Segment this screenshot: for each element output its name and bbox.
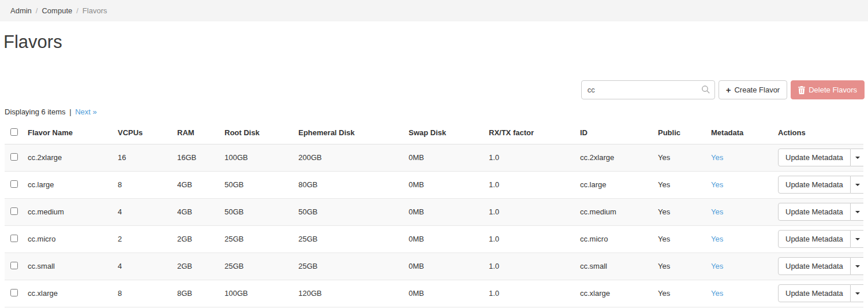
cell-id: cc.micro <box>580 225 658 253</box>
column-header-actions: Actions <box>778 122 863 144</box>
cell-ephemeral-disk: 25GB <box>298 225 409 253</box>
cell-ephemeral-disk: 50GB <box>298 198 409 225</box>
cell-vcpus: 8 <box>118 171 177 198</box>
breadcrumb-item-admin[interactable]: Admin <box>10 6 32 15</box>
cell-ephemeral-disk: 25GB <box>298 253 409 280</box>
update-metadata-button[interactable]: Update Metadata <box>778 284 851 302</box>
metadata-link[interactable]: Yes <box>711 207 723 216</box>
cell-id: cc.2xlarge <box>580 144 658 171</box>
column-header-ram[interactable]: RAM <box>177 122 225 144</box>
update-metadata-button[interactable]: Update Metadata <box>778 230 851 248</box>
cell-vcpus: 8 <box>118 280 177 307</box>
cell-rx-tx-factor: 1.0 <box>489 280 580 307</box>
breadcrumb-item-flavors: Flavors <box>83 6 107 15</box>
cell-public: Yes <box>658 280 711 307</box>
row-actions: Update Metadata <box>778 149 863 166</box>
items-count-text: Displaying 6 items <box>5 107 66 116</box>
cell-id: cc.xlarge <box>580 280 658 307</box>
row-actions-dropdown-toggle[interactable] <box>851 230 863 248</box>
cell-root-disk: 50GB <box>225 171 298 198</box>
metadata-link[interactable]: Yes <box>711 235 723 243</box>
breadcrumb-item-compute[interactable]: Compute <box>42 6 72 15</box>
search-icon[interactable] <box>701 85 710 94</box>
update-metadata-button[interactable]: Update Metadata <box>778 257 851 275</box>
plus-icon: + <box>726 86 731 94</box>
metadata-link[interactable]: Yes <box>711 153 723 162</box>
cell-swap-disk: 0MB <box>409 253 489 280</box>
caret-down-icon <box>855 265 860 268</box>
cell-flavor-name: cc.micro <box>28 225 118 253</box>
cell-ram: 4GB <box>177 171 225 198</box>
table-row: cc.xlarge 8 8GB 100GB 120GB 0MB 1.0 cc.x… <box>5 280 863 307</box>
column-header-flavor-name[interactable]: Flavor Name <box>28 122 118 144</box>
cell-swap-disk: 0MB <box>409 198 489 225</box>
cell-ram: 2GB <box>177 253 225 280</box>
cell-ephemeral-disk: 80GB <box>298 171 409 198</box>
summary-separator: | <box>69 107 71 116</box>
row-checkbox[interactable] <box>10 207 18 215</box>
cell-rx-tx-factor: 1.0 <box>489 225 580 253</box>
cell-ram: 4GB <box>177 198 225 225</box>
select-all-checkbox[interactable] <box>10 128 18 136</box>
flavors-table-body: cc.2xlarge 16 16GB 100GB 200GB 0MB 1.0 c… <box>5 144 863 307</box>
cell-swap-disk: 0MB <box>409 144 489 171</box>
row-actions-dropdown-toggle[interactable] <box>851 176 863 194</box>
table-row: cc.2xlarge 16 16GB 100GB 200GB 0MB 1.0 c… <box>5 144 863 171</box>
update-metadata-button[interactable]: Update Metadata <box>778 176 851 194</box>
delete-flavors-label: Delete Flavors <box>809 86 857 94</box>
next-page-link[interactable]: Next » <box>75 107 97 116</box>
table-row: cc.micro 2 2GB 25GB 25GB 0MB 1.0 cc.micr… <box>5 225 863 253</box>
cell-flavor-name: cc.large <box>28 171 118 198</box>
column-header-metadata[interactable]: Metadata <box>711 122 778 144</box>
metadata-link[interactable]: Yes <box>711 180 723 189</box>
cell-flavor-name: cc.2xlarge <box>28 144 118 171</box>
table-row: cc.large 8 4GB 50GB 80GB 0MB 1.0 cc.larg… <box>5 171 863 198</box>
column-header-id[interactable]: ID <box>580 122 658 144</box>
row-actions-dropdown-toggle[interactable] <box>851 203 863 221</box>
cell-rx-tx-factor: 1.0 <box>489 253 580 280</box>
cell-flavor-name: cc.xlarge <box>28 280 118 307</box>
cell-root-disk: 100GB <box>225 144 298 171</box>
table-summary: Displaying 6 items | Next » <box>5 107 868 116</box>
cell-swap-disk: 0MB <box>409 280 489 307</box>
breadcrumb: Admin / Compute / Flavors <box>0 0 868 21</box>
column-header-vcpus[interactable]: VCPUs <box>118 122 177 144</box>
row-actions: Update Metadata <box>778 257 863 275</box>
cell-root-disk: 100GB <box>225 280 298 307</box>
cell-public: Yes <box>658 225 711 253</box>
cell-id: cc.medium <box>580 198 658 225</box>
update-metadata-button[interactable]: Update Metadata <box>778 203 851 221</box>
cell-swap-disk: 0MB <box>409 171 489 198</box>
create-flavor-button[interactable]: + Create Flavor <box>719 80 788 99</box>
trash-icon <box>798 86 805 94</box>
row-checkbox[interactable] <box>10 262 18 269</box>
column-header-root-disk[interactable]: Root Disk <box>225 122 298 144</box>
caret-down-icon <box>855 157 860 159</box>
cell-flavor-name: cc.small <box>28 253 118 280</box>
cell-public: Yes <box>658 253 711 280</box>
cell-ephemeral-disk: 200GB <box>298 144 409 171</box>
row-actions-dropdown-toggle[interactable] <box>851 257 863 275</box>
metadata-link[interactable]: Yes <box>711 262 723 270</box>
column-header-swap-disk[interactable]: Swap Disk <box>409 122 489 144</box>
delete-flavors-button[interactable]: Delete Flavors <box>791 80 865 99</box>
cell-vcpus: 16 <box>118 144 177 171</box>
row-actions-dropdown-toggle[interactable] <box>851 149 863 166</box>
update-metadata-button[interactable]: Update Metadata <box>778 149 851 166</box>
table-header-row: Flavor Name VCPUs RAM Root Disk Ephemera… <box>5 122 863 144</box>
cell-root-disk: 50GB <box>225 198 298 225</box>
cell-root-disk: 25GB <box>225 253 298 280</box>
row-checkbox[interactable] <box>10 153 18 161</box>
row-checkbox[interactable] <box>10 180 18 188</box>
column-header-ephemeral-disk[interactable]: Ephemeral Disk <box>298 122 409 144</box>
cell-rx-tx-factor: 1.0 <box>489 198 580 225</box>
row-actions-dropdown-toggle[interactable] <box>851 284 863 302</box>
column-header-rx-tx-factor[interactable]: RX/TX factor <box>489 122 580 144</box>
breadcrumb-separator: / <box>76 6 78 15</box>
search-input[interactable] <box>581 80 715 99</box>
cell-ram: 2GB <box>177 225 225 253</box>
row-checkbox[interactable] <box>10 289 18 296</box>
metadata-link[interactable]: Yes <box>711 289 723 298</box>
column-header-public[interactable]: Public <box>658 122 711 144</box>
row-checkbox[interactable] <box>10 235 18 242</box>
